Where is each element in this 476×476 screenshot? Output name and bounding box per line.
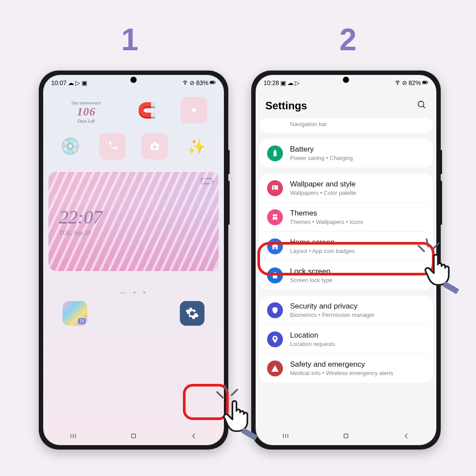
status-time: 10:07: [51, 79, 67, 86]
nav-recents-icon[interactable]: [69, 432, 77, 440]
row-title: Location: [290, 331, 335, 340]
app-icon-camera[interactable]: [141, 133, 168, 160]
battery-icon: [210, 79, 216, 87]
search-icon[interactable]: [417, 100, 427, 112]
svg-point-0: [185, 84, 185, 84]
svg-rect-6: [153, 142, 156, 145]
svg-rect-3: [215, 82, 216, 83]
homescreen-row-1: Our anniversary 106 Days Left 🧲: [43, 93, 224, 127]
widget-title: Our anniversary: [60, 100, 113, 105]
settings-row-lock-screen[interactable]: Lock screenScreen lock type: [263, 261, 429, 290]
lock-icon: [267, 268, 283, 283]
nav-bar: [43, 427, 224, 445]
wallpaper-icon: [267, 180, 283, 196]
nav-recents-icon[interactable]: [282, 432, 290, 440]
page-indicator[interactable]: — • •: [43, 289, 224, 297]
app-icon-u[interactable]: 🧲: [134, 97, 160, 123]
settings-row-themes[interactable]: ThemesThemes • Wallpapers • Icons: [263, 203, 429, 232]
nav-bar: [256, 427, 436, 445]
home-icon: [267, 238, 283, 254]
image-icon: ▣: [280, 79, 286, 86]
settings-row-battery[interactable]: BatteryPower saving • Charging: [263, 139, 429, 167]
row-subtitle: Wallpapers • Color palette: [290, 190, 356, 196]
widget-caption: Days Left: [60, 119, 113, 123]
nav-back-icon[interactable]: [402, 432, 410, 440]
svg-point-20: [273, 186, 275, 187]
battery-text: 83%: [196, 79, 208, 86]
nav-back-icon[interactable]: [190, 432, 198, 440]
settings-row-home-screen[interactable]: Home screenLayout • App icon badges: [263, 232, 429, 261]
nav-home-icon[interactable]: [342, 432, 350, 440]
alert-icon: [267, 361, 283, 376]
phone-frame-home: 10:07 ☁ ▷ ▣ ⊘ 83% Our anniversary 106 D: [39, 71, 228, 450]
app-icon-widgets[interactable]: 15: [63, 301, 87, 326]
settings-title: Settings: [265, 100, 307, 112]
settings-row-navigation-bar[interactable]: Navigation bar: [263, 118, 429, 133]
widget-battery-icon: [201, 178, 212, 184]
no-data-icon: ⊘: [190, 79, 195, 86]
battery-icon: [422, 79, 428, 87]
play-icon: ▷: [75, 79, 80, 86]
row-title: Security and privacy: [290, 302, 375, 311]
image-icon: ▣: [82, 79, 87, 86]
row-subtitle: Location requests: [290, 341, 335, 347]
svg-rect-14: [428, 82, 428, 83]
widget-clock-time: 22:07: [59, 207, 219, 228]
row-title: Safety and emergency: [290, 360, 393, 369]
battery-icon: [267, 145, 283, 161]
wifi-icon: [182, 79, 188, 87]
app-icon-video[interactable]: [181, 97, 207, 123]
app-icon-phone[interactable]: [99, 133, 126, 160]
no-data-icon: ⊘: [402, 79, 407, 86]
row-title: Home screen: [290, 238, 355, 247]
svg-rect-21: [273, 275, 277, 279]
svg-line-16: [423, 106, 425, 108]
status-time: 10:28: [264, 79, 279, 86]
dock: 15: [43, 301, 224, 326]
homescreen-row-2: 💿 ✨: [43, 130, 224, 163]
row-subtitle: Themes • Wallpapers • Icons: [290, 219, 363, 225]
battery-text: 82%: [409, 79, 421, 86]
app-icon-heart[interactable]: 💿: [57, 133, 84, 160]
app-icon-star[interactable]: ✨: [183, 133, 210, 160]
svg-point-11: [397, 84, 398, 84]
camera-cutout: [343, 77, 349, 83]
row-title: Lock screen: [290, 267, 332, 276]
svg-rect-25: [344, 434, 348, 438]
widget-clock-date: TUE, Sep.10: [59, 230, 219, 237]
settings-row-location[interactable]: LocationLocation requests: [263, 325, 429, 354]
pin-icon: [267, 331, 283, 347]
shield-icon: [267, 302, 283, 318]
settings-row-security-and-privacy[interactable]: Security and privacyBiometrics • Permiss…: [263, 296, 429, 325]
phone-frame-settings: 10:28 ▣ ☁ ▷ ⊘ 82% Settings Navi: [251, 71, 441, 450]
countdown-widget[interactable]: Our anniversary 106 Days Left: [60, 100, 113, 123]
settings-row-wallpaper-and-style[interactable]: Wallpaper and styleWallpapers • Color pa…: [263, 174, 429, 203]
row-subtitle: Biometrics • Permission manager: [290, 312, 375, 318]
svg-rect-13: [423, 81, 426, 83]
svg-rect-17: [274, 151, 277, 156]
cloud-icon: ☁: [68, 79, 74, 86]
row-subtitle: Medical info • Wireless emergency alerts: [290, 370, 393, 376]
cloud-icon: ☁: [287, 79, 294, 86]
svg-point-5: [153, 145, 156, 149]
step-two-label: 2: [339, 22, 357, 57]
row-subtitle: Screen lock type: [290, 277, 332, 283]
row-subtitle: Layout • App icon badges: [290, 248, 355, 254]
step-one-label: 1: [121, 22, 138, 57]
play-icon: ▷: [295, 79, 300, 86]
app-icon-settings[interactable]: [180, 301, 205, 326]
svg-rect-18: [274, 149, 275, 151]
settings-row-safety-and-emergency[interactable]: Safety and emergencyMedical info • Wirel…: [263, 354, 429, 383]
row-subtitle: Power saving • Charging: [290, 155, 353, 161]
svg-rect-2: [210, 81, 214, 83]
clock-widget-large[interactable]: 22:07 TUE, Sep.10: [48, 172, 219, 271]
svg-rect-33: [443, 281, 459, 294]
widget-number: 106: [60, 105, 113, 119]
row-title: Battery: [290, 145, 353, 154]
svg-point-15: [418, 101, 424, 107]
wifi-icon: [394, 79, 401, 87]
svg-rect-10: [131, 434, 135, 438]
camera-cutout: [130, 77, 137, 83]
nav-home-icon[interactable]: [130, 432, 138, 440]
svg-line-28: [232, 390, 238, 395]
